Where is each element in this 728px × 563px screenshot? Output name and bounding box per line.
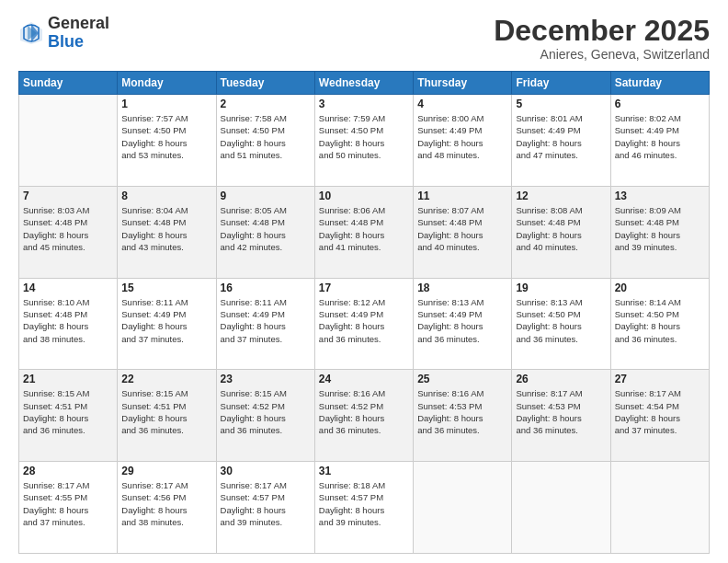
day-cell: 10Sunrise: 8:06 AMSunset: 4:48 PMDayligh… bbox=[314, 186, 413, 278]
day-cell: 6Sunrise: 8:02 AMSunset: 4:49 PMDaylight… bbox=[610, 95, 709, 187]
logo-general: General bbox=[48, 14, 109, 32]
day-cell: 18Sunrise: 8:13 AMSunset: 4:49 PMDayligh… bbox=[414, 278, 512, 370]
logo-text: General Blue bbox=[48, 15, 109, 52]
day-cell: 14Sunrise: 8:10 AMSunset: 4:48 PMDayligh… bbox=[19, 278, 118, 370]
day-number: 20 bbox=[615, 282, 705, 294]
day-number: 2 bbox=[221, 98, 311, 110]
day-cell: 13Sunrise: 8:09 AMSunset: 4:48 PMDayligh… bbox=[610, 186, 709, 278]
day-cell: 28Sunrise: 8:17 AMSunset: 4:55 PMDayligh… bbox=[19, 462, 118, 554]
day-cell: 5Sunrise: 8:01 AMSunset: 4:49 PMDaylight… bbox=[512, 95, 610, 187]
day-cell: 23Sunrise: 8:15 AMSunset: 4:52 PMDayligh… bbox=[216, 370, 314, 462]
month-title: December 2025 bbox=[494, 15, 710, 47]
day-number: 6 bbox=[615, 98, 705, 110]
logo-blue: Blue bbox=[48, 32, 84, 51]
day-number: 25 bbox=[417, 373, 507, 385]
week-row-2: 7Sunrise: 8:03 AMSunset: 4:48 PMDaylight… bbox=[19, 186, 710, 278]
day-number: 10 bbox=[319, 190, 409, 202]
day-info: Sunrise: 8:01 AMSunset: 4:49 PMDaylight:… bbox=[516, 112, 606, 161]
day-cell: 31Sunrise: 8:18 AMSunset: 4:57 PMDayligh… bbox=[314, 462, 413, 554]
day-info: Sunrise: 8:04 AMSunset: 4:48 PMDaylight:… bbox=[121, 204, 211, 253]
day-number: 7 bbox=[23, 190, 113, 202]
day-info: Sunrise: 8:17 AMSunset: 4:55 PMDaylight:… bbox=[23, 479, 113, 528]
day-info: Sunrise: 8:16 AMSunset: 4:52 PMDaylight:… bbox=[319, 387, 409, 436]
day-cell: 19Sunrise: 8:13 AMSunset: 4:50 PMDayligh… bbox=[512, 278, 610, 370]
day-info: Sunrise: 8:17 AMSunset: 4:56 PMDaylight:… bbox=[121, 479, 211, 528]
day-info: Sunrise: 8:03 AMSunset: 4:48 PMDaylight:… bbox=[23, 204, 113, 253]
day-number: 26 bbox=[516, 373, 606, 385]
day-info: Sunrise: 8:13 AMSunset: 4:50 PMDaylight:… bbox=[516, 296, 606, 345]
day-info: Sunrise: 8:16 AMSunset: 4:53 PMDaylight:… bbox=[417, 387, 507, 436]
day-info: Sunrise: 8:18 AMSunset: 4:57 PMDaylight:… bbox=[319, 479, 409, 528]
day-cell: 17Sunrise: 8:12 AMSunset: 4:49 PMDayligh… bbox=[314, 278, 413, 370]
col-header-thursday: Thursday bbox=[414, 72, 512, 95]
header: General Blue December 2025 Anieres, Gene… bbox=[18, 15, 710, 62]
day-cell: 2Sunrise: 7:58 AMSunset: 4:50 PMDaylight… bbox=[216, 95, 314, 187]
logo-icon bbox=[18, 20, 44, 46]
day-info: Sunrise: 8:11 AMSunset: 4:49 PMDaylight:… bbox=[221, 296, 311, 345]
day-cell bbox=[512, 462, 610, 554]
day-info: Sunrise: 8:05 AMSunset: 4:48 PMDaylight:… bbox=[221, 204, 311, 253]
day-number: 12 bbox=[516, 190, 606, 202]
day-cell: 30Sunrise: 8:17 AMSunset: 4:57 PMDayligh… bbox=[216, 462, 314, 554]
day-info: Sunrise: 8:02 AMSunset: 4:49 PMDaylight:… bbox=[615, 112, 705, 161]
day-cell: 24Sunrise: 8:16 AMSunset: 4:52 PMDayligh… bbox=[314, 370, 413, 462]
day-cell: 3Sunrise: 7:59 AMSunset: 4:50 PMDaylight… bbox=[314, 95, 413, 187]
day-cell: 8Sunrise: 8:04 AMSunset: 4:48 PMDaylight… bbox=[118, 186, 216, 278]
day-cell: 4Sunrise: 8:00 AMSunset: 4:49 PMDaylight… bbox=[414, 95, 512, 187]
day-number: 18 bbox=[417, 282, 507, 294]
day-cell: 12Sunrise: 8:08 AMSunset: 4:48 PMDayligh… bbox=[512, 186, 610, 278]
day-info: Sunrise: 8:11 AMSunset: 4:49 PMDaylight:… bbox=[121, 296, 211, 345]
day-number: 1 bbox=[121, 98, 211, 110]
logo: General Blue bbox=[18, 15, 109, 52]
day-info: Sunrise: 8:17 AMSunset: 4:53 PMDaylight:… bbox=[516, 387, 606, 436]
day-number: 28 bbox=[23, 465, 113, 477]
day-number: 22 bbox=[121, 373, 211, 385]
title-block: December 2025 Anieres, Geneva, Switzerla… bbox=[494, 15, 710, 62]
day-info: Sunrise: 8:00 AMSunset: 4:49 PMDaylight:… bbox=[417, 112, 507, 161]
week-row-1: 1Sunrise: 7:57 AMSunset: 4:50 PMDaylight… bbox=[19, 95, 710, 187]
day-info: Sunrise: 8:17 AMSunset: 4:54 PMDaylight:… bbox=[615, 387, 705, 436]
day-info: Sunrise: 7:57 AMSunset: 4:50 PMDaylight:… bbox=[121, 112, 211, 161]
day-cell bbox=[610, 462, 709, 554]
day-info: Sunrise: 8:12 AMSunset: 4:49 PMDaylight:… bbox=[319, 296, 409, 345]
day-cell: 22Sunrise: 8:15 AMSunset: 4:51 PMDayligh… bbox=[118, 370, 216, 462]
week-row-3: 14Sunrise: 8:10 AMSunset: 4:48 PMDayligh… bbox=[19, 278, 710, 370]
day-number: 15 bbox=[121, 282, 211, 294]
day-number: 8 bbox=[121, 190, 211, 202]
day-number: 30 bbox=[221, 465, 311, 477]
week-row-5: 28Sunrise: 8:17 AMSunset: 4:55 PMDayligh… bbox=[19, 462, 710, 554]
day-info: Sunrise: 8:13 AMSunset: 4:49 PMDaylight:… bbox=[417, 296, 507, 345]
calendar: SundayMondayTuesdayWednesdayThursdayFrid… bbox=[18, 71, 710, 554]
day-info: Sunrise: 8:17 AMSunset: 4:57 PMDaylight:… bbox=[221, 479, 311, 528]
day-info: Sunrise: 8:07 AMSunset: 4:48 PMDaylight:… bbox=[417, 204, 507, 253]
day-cell: 25Sunrise: 8:16 AMSunset: 4:53 PMDayligh… bbox=[414, 370, 512, 462]
day-cell: 15Sunrise: 8:11 AMSunset: 4:49 PMDayligh… bbox=[118, 278, 216, 370]
day-number: 13 bbox=[615, 190, 705, 202]
day-number: 9 bbox=[221, 190, 311, 202]
col-header-sunday: Sunday bbox=[19, 72, 118, 95]
day-info: Sunrise: 8:09 AMSunset: 4:48 PMDaylight:… bbox=[615, 204, 705, 253]
day-cell: 27Sunrise: 8:17 AMSunset: 4:54 PMDayligh… bbox=[610, 370, 709, 462]
page: General Blue December 2025 Anieres, Gene… bbox=[0, 0, 728, 563]
day-number: 3 bbox=[319, 98, 409, 110]
day-number: 19 bbox=[516, 282, 606, 294]
day-cell: 29Sunrise: 8:17 AMSunset: 4:56 PMDayligh… bbox=[118, 462, 216, 554]
day-number: 16 bbox=[221, 282, 311, 294]
day-number: 29 bbox=[121, 465, 211, 477]
day-info: Sunrise: 8:15 AMSunset: 4:52 PMDaylight:… bbox=[221, 387, 311, 436]
day-cell: 21Sunrise: 8:15 AMSunset: 4:51 PMDayligh… bbox=[19, 370, 118, 462]
day-number: 27 bbox=[615, 373, 705, 385]
day-cell bbox=[414, 462, 512, 554]
day-cell: 16Sunrise: 8:11 AMSunset: 4:49 PMDayligh… bbox=[216, 278, 314, 370]
col-header-monday: Monday bbox=[118, 72, 216, 95]
day-cell: 26Sunrise: 8:17 AMSunset: 4:53 PMDayligh… bbox=[512, 370, 610, 462]
day-number: 31 bbox=[319, 465, 409, 477]
day-info: Sunrise: 7:58 AMSunset: 4:50 PMDaylight:… bbox=[221, 112, 311, 161]
day-cell bbox=[19, 95, 118, 187]
day-info: Sunrise: 8:08 AMSunset: 4:48 PMDaylight:… bbox=[516, 204, 606, 253]
day-number: 11 bbox=[417, 190, 507, 202]
day-info: Sunrise: 8:14 AMSunset: 4:50 PMDaylight:… bbox=[615, 296, 705, 345]
day-cell: 20Sunrise: 8:14 AMSunset: 4:50 PMDayligh… bbox=[610, 278, 709, 370]
header-row: SundayMondayTuesdayWednesdayThursdayFrid… bbox=[19, 72, 710, 95]
day-cell: 11Sunrise: 8:07 AMSunset: 4:48 PMDayligh… bbox=[414, 186, 512, 278]
